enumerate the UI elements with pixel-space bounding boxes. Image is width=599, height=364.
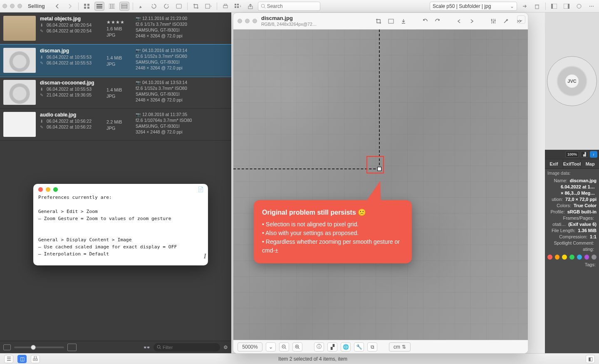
view-mode-list-icon[interactable]: ☰ [4,355,13,363]
traffic-close-icon[interactable] [2,4,7,8]
finder-dot-blue[interactable] [577,255,582,260]
trash-icon[interactable] [532,2,542,11]
search-input[interactable] [267,3,317,9]
duplicate-icon[interactable]: ⧉ [367,342,377,352]
list-item[interactable]: discman-cocooned.jpg ⬇06.04.2022 at 10:5… [0,77,231,109]
filter-field[interactable] [153,343,220,352]
tab-map[interactable]: Map [581,159,599,168]
tab-exiftool[interactable]: ExifTool [563,159,582,168]
traffic-close-icon[interactable] [238,19,242,23]
svg-rect-2 [84,7,86,9]
traffic-zoom-icon[interactable] [252,19,257,23]
collapse-toolbar-icon[interactable]: ⌄ [517,15,525,24]
tab-exif[interactable]: Exif [545,159,563,168]
traffic-zoom-icon[interactable] [53,187,58,192]
window-traffic-lights [2,4,22,8]
sidebar-right-icon[interactable] [562,2,572,11]
rotate-right-icon[interactable] [161,2,171,11]
histogram-icon[interactable]: ▟ [581,151,588,158]
redo-icon[interactable] [432,16,443,26]
svg-rect-5 [97,6,102,7]
run-batch-icon[interactable] [520,2,530,11]
image-viewer-window[interactable]: ⌄ discman.jpg RGB/8, 2448x3264px@72… [233,12,528,354]
traffic-zoom-icon[interactable] [17,4,22,8]
export-icon[interactable] [398,16,409,26]
traffic-minimize-icon[interactable] [245,19,250,23]
batch-preset-label: Scale p50 | Subfolder | jpg [433,3,491,9]
finder-dot-red[interactable] [547,255,552,260]
thumb-size-slider[interactable] [14,347,64,348]
batch-preset-select[interactable]: Scale p50 | Subfolder | jpg ⌄ [430,2,517,11]
view-list-button[interactable] [94,2,104,11]
adjustments-icon[interactable] [488,16,499,26]
crop-tool-icon[interactable] [373,16,384,26]
save-dropdown-icon[interactable] [203,2,213,11]
print-icon[interactable] [220,2,230,11]
info-icon[interactable]: i [590,151,597,158]
resize-tool-icon[interactable] [386,16,396,26]
star-rating[interactable]: ★★★★ [106,20,131,25]
view-columns-button[interactable] [107,2,117,11]
rotate-left-icon[interactable] [149,2,159,11]
svg-rect-0 [84,4,86,6]
map-toggle-icon[interactable] [574,2,584,11]
undo-icon[interactable] [420,16,431,26]
nav-forward-button[interactable] [65,2,75,11]
selection-marquee[interactable] [233,30,380,169]
finder-dot-purple[interactable] [584,255,589,260]
slideshow-icon[interactable] [174,2,184,11]
filter-input[interactable] [163,345,217,350]
prev-image-icon[interactable] [454,16,465,26]
note-body[interactable]: Preferences currently are: General > Edi… [38,194,203,258]
selection-handle[interactable] [377,167,381,171]
traffic-close-icon[interactable] [38,187,43,192]
view-mode-path-icon[interactable]: 品 [31,355,40,363]
finder-label-colors[interactable] [545,252,599,260]
image-canvas[interactable]: Original problem still persists 🙁 • Sele… [233,30,528,340]
zoom-100-button[interactable]: 100% [565,151,579,158]
crop-icon[interactable] [191,2,201,11]
zoom-out-button[interactable] [279,342,289,352]
finder-dot-green[interactable] [569,255,574,260]
share-icon[interactable] [245,2,255,11]
bottom-sidebar-icon[interactable]: ◧ [586,355,595,363]
app-grid-dropdown-icon[interactable] [233,2,243,11]
svg-rect-1 [87,4,89,6]
more-icon[interactable]: ⋯ [587,2,597,11]
gear-icon[interactable]: ⚙ [223,344,228,350]
finder-dot-gray[interactable] [592,255,597,260]
unit-select[interactable]: cm⇅ [389,342,411,352]
search-field[interactable] [258,2,320,11]
finder-dot-orange[interactable] [555,255,560,260]
view-grid-button[interactable] [82,2,92,11]
quicklook-icon[interactable]: 👓 [143,344,150,351]
traffic-minimize-icon[interactable] [10,4,15,8]
preferences-note-window[interactable]: 📄 Preferences currently are: General > E… [33,184,208,265]
wrench-icon[interactable]: 🔧 [354,342,364,352]
list-item[interactable]: metal objects.jpg ⬇06.04.2022 at 00:20:5… [0,12,231,45]
finder-dot-yellow[interactable] [562,255,567,260]
view-mode-split-icon[interactable]: ◫ [17,355,27,363]
list-item[interactable]: audio cable.jpg ⬇06.04.2022 at 10:56:22 … [0,109,231,141]
zoom-stepper-icon[interactable]: ⌄ [266,342,276,352]
view-detail-list-button[interactable] [119,2,129,11]
zoom-in-button[interactable] [292,342,302,352]
svg-rect-14 [205,4,210,8]
camera-icon: 📷 [136,48,141,53]
svg-rect-16 [224,4,227,5]
list-item[interactable]: discman.jpg ⬇06.04.2022 at 10:55:53 ✎06.… [0,45,231,77]
nav-back-button[interactable] [52,2,62,11]
histogram-hud-icon[interactable]: ▞ [327,342,337,352]
zoom-value[interactable]: 5000% [238,342,262,352]
svg-rect-17 [235,4,236,5]
info-hud-icon[interactable]: ⓘ [314,342,324,352]
edit-tool-icon[interactable] [136,2,146,11]
file-name: audio cable.jpg [40,112,102,118]
tags-label: Tags: [545,260,599,270]
globe-icon[interactable]: 🌐 [341,342,351,352]
viewer-status-bar: 5000% ⌄ ⓘ ▞ 🌐 🔧 ⧉ cm⇅ [233,340,528,353]
sidebar-left-icon[interactable] [549,2,559,11]
magic-wand-icon[interactable] [500,16,511,26]
next-image-icon[interactable] [466,16,477,26]
traffic-minimize-icon[interactable] [46,187,50,192]
